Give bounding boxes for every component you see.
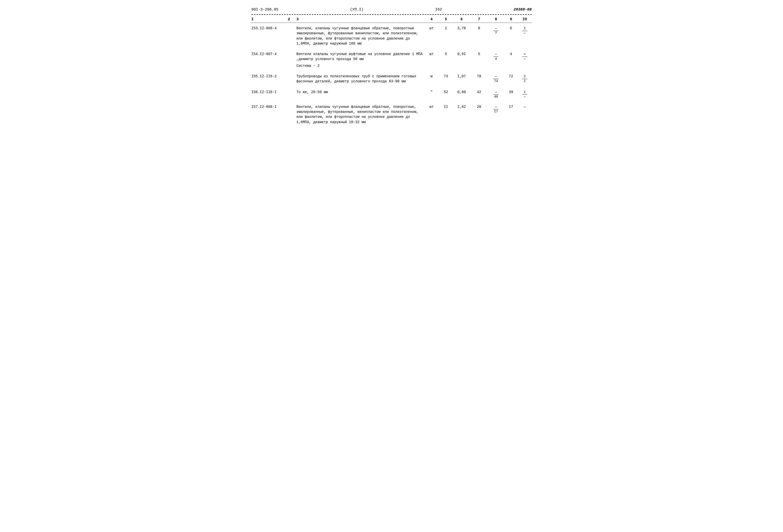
row-col7: 20 xyxy=(470,104,488,109)
table-row: I57.I2-808-I Вентили, клапаны чугунные ф… xyxy=(251,101,532,126)
column-headers: I 2 3 4 5 6 7 8 9 IO xyxy=(251,16,532,23)
row-code: I54.I2-807-4 xyxy=(251,52,284,56)
fraction-col10: I — xyxy=(522,27,527,35)
row-description: То же, 20-50 мм xyxy=(294,90,424,95)
row-col10: = — xyxy=(518,52,532,61)
col-header-10: IO xyxy=(518,17,532,22)
row-col9: 4 xyxy=(504,52,518,56)
row-col5: 5 xyxy=(439,52,453,56)
row-description: Вентили, клапаны чугунные фланцевые обра… xyxy=(294,104,424,125)
row-col9: 39 xyxy=(504,90,518,94)
table-row: I55.I2-II8-2 Трубопроводы из полиэтилено… xyxy=(251,71,532,86)
row-col6: I,82 xyxy=(453,104,470,109)
fraction-col10: I — xyxy=(522,90,527,99)
fraction-col8: — 40 xyxy=(494,90,499,99)
table-row: I53.I2-808-4 Вентили, клапаны чугунные ф… xyxy=(251,23,532,48)
row-col9: 6 xyxy=(504,26,518,30)
row-unit: шт xyxy=(424,52,439,56)
fraction-col8: — I7 xyxy=(494,105,499,114)
col-header-7: 7 xyxy=(470,17,488,22)
row-num xyxy=(284,90,294,90)
page-header: 90I-3-206.85 (УП.I) I62 20388-08 xyxy=(251,7,532,13)
row-unit: шт xyxy=(424,26,439,30)
doc-type: (УП.I) xyxy=(350,7,364,12)
row-col6: 3,78 xyxy=(453,26,470,30)
row-col5: 52 xyxy=(439,90,453,94)
col-header-1: I xyxy=(251,17,284,22)
col-header-5: 5 xyxy=(439,17,453,22)
row-col7: 5 xyxy=(470,52,488,56)
table-row: I56.I2-II8-I То же, 20-50 мм " 52 0,80 4… xyxy=(251,87,532,100)
col-header-8: 8 xyxy=(488,17,504,22)
row-col5: II xyxy=(439,104,453,109)
row-col8: — 74 xyxy=(488,74,504,83)
row-unit: " xyxy=(424,90,439,94)
page-number: I62 xyxy=(435,7,442,12)
row-col6: 0,80 xyxy=(453,90,470,94)
row-col9: 72 xyxy=(504,74,518,78)
row-num xyxy=(284,74,294,74)
row-col5: 2 xyxy=(439,26,453,30)
row-code: I53.I2-808-4 xyxy=(251,26,284,30)
row-num xyxy=(284,52,294,52)
table-row: I54.I2-807-4 Вентили клапаны чугунные му… xyxy=(251,49,532,70)
row-col10: I — xyxy=(518,26,532,35)
row-col5: 73 xyxy=(439,74,453,78)
row-code: I57.I2-808-I xyxy=(251,104,284,109)
row-col8: — 40 xyxy=(488,90,504,99)
row-num xyxy=(284,104,294,105)
row-col6: 0,9I xyxy=(453,52,470,56)
row-col7: 78 xyxy=(470,74,488,78)
fraction-col10: = — xyxy=(522,52,527,61)
row-description: Вентили клапаны чугунные муфтовые на усл… xyxy=(294,52,424,68)
row-col9: I7 xyxy=(504,104,518,109)
col-header-4: 4 xyxy=(424,17,439,22)
fraction-col10: 2 I xyxy=(522,74,527,83)
doc-number-right: 20388-08 xyxy=(513,7,532,12)
doc-number-left: 90I-3-206.85 xyxy=(251,7,279,12)
fraction-col8: — 7 xyxy=(494,27,499,35)
row-description: Вентили, клапаны чугунные фланцевые обра… xyxy=(294,26,424,46)
row-col6: I,07 xyxy=(453,74,470,78)
row-col8: — 4 xyxy=(488,52,504,61)
header-divider xyxy=(251,14,532,15)
row-unit: м xyxy=(424,74,439,78)
row-col8: — 7 xyxy=(488,26,504,35)
row-sub-description: Система - 2 xyxy=(296,63,424,68)
col-header-3: 3 xyxy=(294,17,424,22)
row-code: I56.I2-II8-I xyxy=(251,90,284,94)
row-description: Трубопроводы из полиэтиленовых труб с пр… xyxy=(294,74,424,84)
fraction-col8: — 4 xyxy=(494,52,499,61)
row-col10: I — xyxy=(518,90,532,99)
row-col7: 42 xyxy=(470,90,488,94)
col-header-9: 9 xyxy=(504,17,518,22)
col-header-6: 6 xyxy=(453,17,470,22)
col-header-2: 2 xyxy=(284,17,294,22)
row-col10: — xyxy=(518,104,532,109)
row-col10: 2 I xyxy=(518,74,532,83)
row-unit: шт xyxy=(424,104,439,109)
row-col7: 8 xyxy=(470,26,488,30)
row-col8: — I7 xyxy=(488,104,504,114)
row-code: I55.I2-II8-2 xyxy=(251,74,284,78)
fraction-col8: — 74 xyxy=(494,74,499,83)
row-num xyxy=(284,26,294,26)
